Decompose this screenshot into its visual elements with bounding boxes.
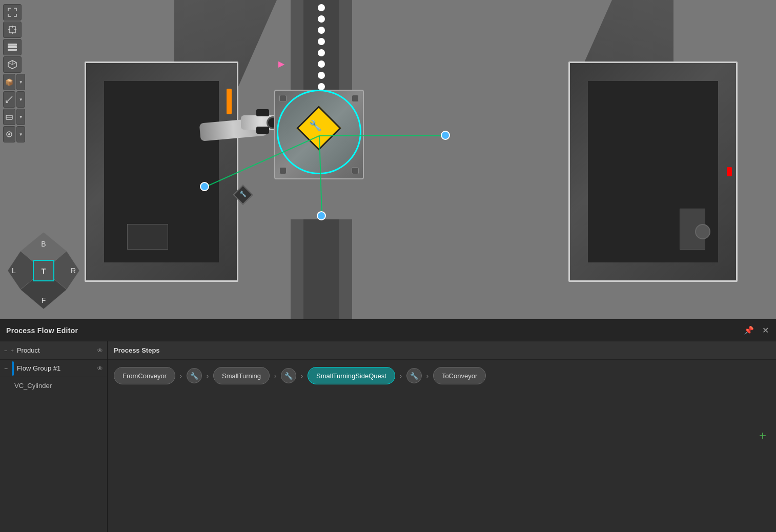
dot-left [200, 182, 209, 191]
step-icon-3[interactable]: 🔧 [406, 368, 422, 383]
conveyor-bottom [291, 219, 352, 319]
svg-point-21 [8, 133, 10, 135]
step-node-to-conveyor: ToConveyor [433, 367, 486, 384]
3d-scene: 🔧 🔧 ▶ [0, 0, 776, 319]
svg-text:R: R [71, 267, 76, 275]
arrow-6: › [422, 367, 433, 384]
object-button[interactable]: 📦 [3, 74, 15, 90]
step-connector-2: › 🔧 › [270, 367, 308, 384]
tree-product-visibility[interactable]: 👁 [97, 347, 103, 354]
plane-button[interactable] [3, 109, 15, 125]
step-connector-1: › 🔧 › [175, 367, 213, 384]
step-small-turning-side-quest[interactable]: SmallTurningSideQuest [308, 367, 395, 384]
step-from-conveyor[interactable]: FromConveyor [114, 367, 175, 384]
arrow-1: › [175, 367, 187, 384]
arrow-2: › [202, 367, 213, 384]
3d-view-button[interactable] [3, 56, 22, 73]
steps-body: FromConveyor › 🔧 › SmallTurning › 🔧 › [108, 360, 776, 532]
arrow-3: › [270, 367, 281, 384]
flow-group-row: − Flow Group #1 👁 [0, 360, 107, 377]
panel-header-icons: 📌 ✕ [743, 324, 770, 336]
flow-group-collapse[interactable]: − [4, 365, 8, 372]
tree-product-header: − + Product 👁 [0, 341, 107, 360]
fit-all-button[interactable] [3, 4, 22, 21]
object-dropdown[interactable]: ▼ [16, 74, 25, 90]
machine-left [85, 62, 238, 282]
pin-button[interactable]: 📌 [743, 324, 755, 336]
pink-arrow: ▶ [278, 59, 284, 69]
tree-product-label: Product [17, 346, 94, 354]
svg-text:F: F [42, 296, 46, 304]
step-icon-2[interactable]: 🔧 [281, 368, 296, 383]
plane-dropdown[interactable]: ▼ [16, 109, 25, 125]
frame-selected-button[interactable] [3, 22, 22, 38]
dot-bottom [317, 211, 326, 220]
measure-dropdown[interactable]: ▼ [16, 91, 25, 108]
svg-rect-9 [8, 46, 17, 48]
flow-group-indicator [12, 361, 14, 376]
gizmo-dropdown[interactable]: ▼ [16, 126, 25, 142]
steps-panel: Process Steps FromConveyor › 🔧 › SmallTu… [108, 341, 776, 532]
step-connector-3: › 🔧 › [395, 367, 433, 384]
panel-body: − + Product 👁 − Flow Group #1 👁 VC_Cylin… [0, 341, 776, 532]
steps-header: Process Steps [108, 341, 776, 360]
step-icon-1[interactable]: 🔧 [187, 368, 202, 383]
svg-text:B: B [41, 240, 46, 248]
warning-sign-small: 🔧 [233, 185, 253, 205]
svg-rect-8 [8, 44, 17, 46]
close-button[interactable]: ✕ [761, 324, 770, 336]
arrow-5: › [395, 367, 406, 384]
panel-header: Process Flow Editor 📌 ✕ [0, 320, 776, 341]
svg-text:T: T [42, 267, 46, 275]
machine-right [568, 62, 738, 282]
measure-button[interactable] [3, 91, 15, 108]
tree-item-vc-cylinder[interactable]: VC_Cylinder [0, 377, 107, 394]
step-to-conveyor[interactable]: ToConveyor [433, 367, 486, 384]
tree-panel: − + Product 👁 − Flow Group #1 👁 VC_Cylin… [0, 341, 108, 532]
process-flow-editor-panel: Process Flow Editor 📌 ✕ − + Product 👁 − … [0, 319, 776, 532]
conveyor-top [291, 0, 352, 97]
step-node-from-conveyor: FromConveyor [114, 367, 175, 384]
tree-collapse-btn[interactable]: − [4, 347, 7, 354]
vc-cylinder-label: VC_Cylinder [14, 382, 52, 390]
step-node-small-turning: SmallTurning [213, 367, 270, 384]
steps-title: Process Steps [114, 346, 160, 354]
flow-group-visibility[interactable]: 👁 [97, 365, 103, 372]
svg-line-13 [8, 63, 12, 65]
warning-sign-main: 🔧 [296, 105, 342, 151]
step-node-small-turning-side-quest: SmallTurningSideQuest [308, 367, 395, 384]
add-step-button[interactable]: + [755, 428, 770, 443]
flow-group-label: Flow Group #1 [17, 364, 94, 372]
left-toolbar: 📦 ▼ ▼ ▼ [0, 0, 28, 319]
conveyor-beads [318, 4, 325, 101]
layers-button[interactable] [3, 39, 22, 55]
svg-line-14 [12, 63, 16, 65]
svg-line-15 [6, 96, 12, 103]
dot-right [441, 131, 450, 140]
tree-expand-btn[interactable]: + [10, 347, 13, 354]
gizmo-button[interactable] [3, 126, 15, 142]
step-small-turning[interactable]: SmallTurning [213, 367, 270, 384]
svg-rect-10 [8, 49, 17, 51]
viewport-3d[interactable]: 🔧 🔧 ▶ [0, 0, 776, 319]
arrow-4: › [296, 367, 308, 384]
panel-title: Process Flow Editor [6, 326, 78, 335]
